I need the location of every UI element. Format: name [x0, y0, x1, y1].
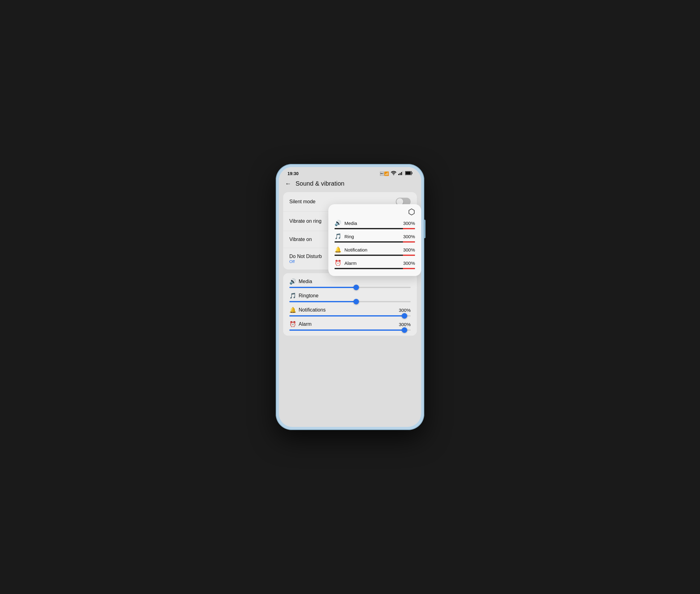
popup-notification-value: 300%: [403, 247, 415, 253]
popup-alarm-fill: [335, 268, 415, 269]
popup-ring-label: Ring: [344, 234, 354, 239]
settings-hex-icon[interactable]: [408, 208, 415, 217]
popup-ring-item: 🎵 Ring 300%: [335, 233, 415, 242]
popup-notification-row: 🔔 Notification 300%: [335, 246, 415, 253]
popup-ring-fill: [335, 241, 415, 242]
phone-screen: 19:30 📶: [279, 167, 421, 427]
popup-media-label: Media: [344, 221, 357, 226]
popup-ring-row: 🎵 Ring 300%: [335, 233, 415, 240]
side-button: [424, 220, 425, 238]
popup-alarm-slider[interactable]: [335, 268, 415, 269]
popup-alarm-icon: ⏰: [335, 260, 341, 266]
popup-notification-slider[interactable]: [335, 255, 415, 256]
popup-media-slider[interactable]: [335, 228, 415, 229]
popup-notification-fill: [335, 255, 415, 256]
popup-media-value: 300%: [403, 221, 415, 226]
popup-media-icon: 🔊: [335, 220, 341, 227]
popup-header: [335, 208, 415, 217]
popup-notification-icon: 🔔: [335, 246, 341, 253]
phone-frame: 19:30 📶: [276, 164, 424, 430]
volume-popup: 🔊 Media 300% 🎵 Ring 300%: [328, 204, 421, 276]
popup-overlay[interactable]: 🔊 Media 300% 🎵 Ring 300%: [279, 167, 421, 427]
popup-ring-value: 300%: [403, 234, 415, 239]
popup-alarm-value: 300%: [403, 261, 415, 266]
popup-alarm-item: ⏰ Alarm 300%: [335, 260, 415, 269]
popup-notification-item: 🔔 Notification 300%: [335, 246, 415, 256]
popup-media-fill: [335, 228, 415, 229]
popup-ring-icon: 🎵: [335, 233, 341, 240]
popup-media-row: 🔊 Media 300%: [335, 220, 415, 227]
popup-alarm-label: Alarm: [344, 261, 356, 266]
popup-notification-label: Notification: [344, 247, 367, 253]
popup-media-item: 🔊 Media 300%: [335, 220, 415, 229]
popup-alarm-row: ⏰ Alarm 300%: [335, 260, 415, 266]
popup-ring-slider[interactable]: [335, 241, 415, 242]
